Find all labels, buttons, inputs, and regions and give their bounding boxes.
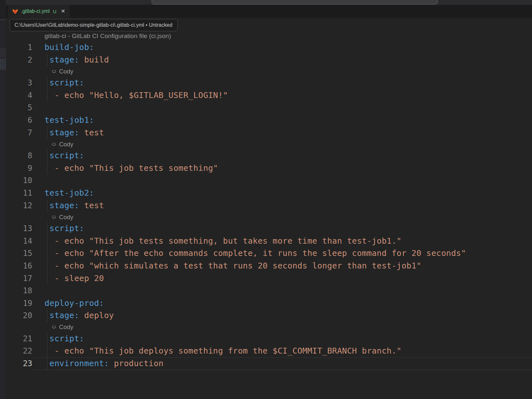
indent-guide xyxy=(47,260,47,272)
code-line-content[interactable]: stage: test xyxy=(34,127,532,139)
token-key: script: xyxy=(45,224,84,233)
line-number: 14 xyxy=(6,235,34,248)
gitlab-tanuki-icon xyxy=(12,8,18,15)
code-line-5: 5 xyxy=(6,102,532,114)
indent-guide xyxy=(47,357,47,370)
code-line-content[interactable]: stage: build xyxy=(34,54,532,66)
code-line-20: 20 stage: deploy xyxy=(6,309,532,322)
code-line-content[interactable]: script: xyxy=(34,333,532,345)
tab-gitlab-ci-yml[interactable]: .gitlab-ci.yml U ✕ xyxy=(8,5,70,18)
code-line-21: 21 script: xyxy=(6,333,532,345)
token-str: - echo "which simulates a test that runs… xyxy=(45,261,421,270)
code-line-content[interactable]: - echo "This job deploys something from … xyxy=(34,345,532,357)
token-key: test-job1: xyxy=(45,115,94,125)
token-str: - echo "This job tests something, but ta… xyxy=(45,236,402,246)
token-key: script: xyxy=(45,78,84,87)
sidebar-row-highlight xyxy=(0,48,6,57)
token-key: test-job2: xyxy=(45,188,94,198)
token-key: script: xyxy=(45,151,84,160)
code-line-content[interactable]: stage: test xyxy=(34,200,532,212)
indent-guide xyxy=(47,127,47,139)
cody-codelens-label: Cody xyxy=(59,68,73,75)
code-line-content[interactable] xyxy=(34,174,532,187)
code-line-6: 6test-job1: xyxy=(6,114,532,127)
line-number: 12 xyxy=(6,200,34,212)
tab-git-status-badge: U xyxy=(53,9,56,14)
code-line-14: 14 - echo "This job tests something, but… xyxy=(6,235,532,248)
code-line-content[interactable]: - echo "This job tests something, but ta… xyxy=(34,235,532,248)
cody-icon xyxy=(51,69,57,74)
token-key: stage: xyxy=(45,201,79,210)
line-number: 6 xyxy=(6,114,34,127)
indent-guide xyxy=(47,54,47,66)
code-line-11: 11test-job2: xyxy=(6,187,532,200)
code-editor[interactable]: gitlab-ci - GitLab CI Configuration file… xyxy=(6,18,532,399)
indent-guide xyxy=(47,345,47,357)
code-line-content[interactable]: script: xyxy=(34,150,532,162)
token-str: test xyxy=(79,201,104,210)
tab-close-icon[interactable]: ✕ xyxy=(61,9,65,14)
tab-path-tooltip-text: C:\Users\User\GitLab\demo-simple-gitlab-… xyxy=(15,22,172,28)
token-key: deploy-prod: xyxy=(45,298,104,308)
cody-codelens[interactable]: Cody xyxy=(34,139,532,150)
indent-guide xyxy=(47,247,47,260)
indent-guide xyxy=(47,77,47,89)
line-number: 11 xyxy=(6,187,34,200)
token-str: - echo "This job tests something" xyxy=(45,163,218,173)
code-line-13: 13 script: xyxy=(6,222,532,235)
line-number: 15 xyxy=(6,247,34,260)
code-line-9: 9 - echo "This job tests something" xyxy=(6,162,532,175)
code-line-12: 12 stage: test xyxy=(6,200,532,212)
codelens-row: Cody xyxy=(6,322,532,333)
indent-guide xyxy=(47,235,47,248)
cody-codelens-label: Cody xyxy=(59,141,73,148)
line-number: 8 xyxy=(6,150,34,162)
token-str: - sleep 20 xyxy=(45,274,104,283)
code-line-16: 16 - echo "which simulates a test that r… xyxy=(6,260,532,272)
code-line-content[interactable]: deploy-prod: xyxy=(34,297,532,310)
line-number: 13 xyxy=(6,222,34,235)
line-number: 22 xyxy=(6,345,34,357)
code-line-content[interactable]: stage: deploy xyxy=(34,309,532,322)
line-number: 4 xyxy=(6,89,34,102)
code-line-content[interactable]: - echo "This job tests something" xyxy=(34,162,532,175)
cody-codelens[interactable]: Cody xyxy=(34,322,532,333)
code-line-content[interactable]: test-job2: xyxy=(34,187,532,200)
indent-guide xyxy=(47,89,47,102)
cody-codelens[interactable]: Cody xyxy=(34,212,532,222)
code-line-content[interactable]: script: xyxy=(34,77,532,89)
code-line-content[interactable] xyxy=(34,285,532,297)
line-number: 16 xyxy=(6,260,34,272)
code-line-content[interactable]: - sleep 20 xyxy=(34,272,532,285)
code-line-content[interactable]: build-job: xyxy=(34,41,532,54)
token-key: stage: xyxy=(45,55,79,64)
token-key: stage: xyxy=(45,311,79,320)
code-line-2: 2 stage: build xyxy=(6,54,532,66)
code-line-3: 3 script: xyxy=(6,77,532,89)
code-line-content[interactable]: environment: production xyxy=(34,357,532,370)
token-str: - echo "Hello, $GITLAB_USER_LOGIN!" xyxy=(45,91,228,100)
tab-filename: .gitlab-ci.yml xyxy=(21,8,50,14)
code-line-content[interactable]: test-job1: xyxy=(34,114,532,127)
code-line-19: 19deploy-prod: xyxy=(6,297,532,310)
indent-guide xyxy=(47,272,47,285)
token-str: production xyxy=(109,359,164,368)
code-line-7: 7 stage: test xyxy=(6,127,532,139)
cody-codelens[interactable]: Cody xyxy=(34,66,532,77)
indent-guide xyxy=(47,309,47,322)
token-str: build xyxy=(79,55,109,64)
codelens-header[interactable]: gitlab-ci - GitLab CI Configuration file… xyxy=(34,31,532,41)
line-number: 7 xyxy=(6,127,34,139)
code-line-content[interactable]: - echo "Hello, $GITLAB_USER_LOGIN!" xyxy=(34,89,532,102)
line-number: 23 xyxy=(6,357,34,370)
tab-path-tooltip: C:\Users\User\GitLab\demo-simple-gitlab-… xyxy=(10,19,178,31)
line-number: 21 xyxy=(6,333,34,345)
code-line-content[interactable]: - echo "which simulates a test that runs… xyxy=(34,260,532,272)
code-line-content[interactable]: script: xyxy=(34,222,532,235)
code-line-content[interactable] xyxy=(34,102,532,114)
code-line-17: 17 - sleep 20 xyxy=(6,272,532,285)
token-str: - echo "This job deploys something from … xyxy=(45,346,402,355)
quick-input-bottom-edge[interactable] xyxy=(152,0,438,5)
code-line-18: 18 xyxy=(6,285,532,297)
code-line-content[interactable]: - echo "After the echo commands complete… xyxy=(34,247,532,260)
